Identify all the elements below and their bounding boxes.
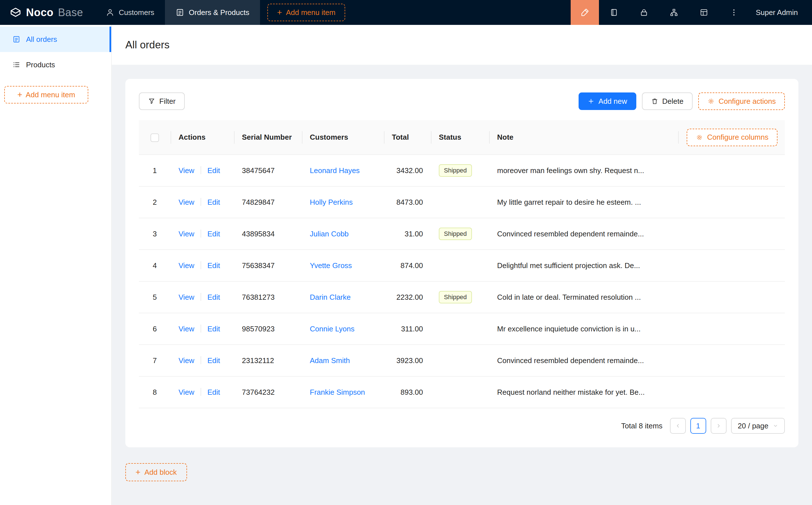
table-row: 6 ViewEdit 98570923 Connie Lyons 311.00 … — [139, 313, 785, 345]
current-user-menu[interactable]: Super Admin — [749, 0, 812, 25]
view-link[interactable]: View — [178, 198, 194, 206]
customer-link[interactable]: Darin Clarke — [310, 293, 351, 301]
view-link[interactable]: View — [178, 388, 194, 396]
configure-actions-button[interactable]: Configure actions — [698, 93, 785, 110]
view-link[interactable]: View — [178, 325, 194, 333]
note-text: Convinced resembled dependent remainde..… — [497, 356, 644, 365]
total-value: 874.00 — [400, 261, 423, 270]
header-add-menu-item-button[interactable]: + Add menu item — [267, 4, 345, 21]
plugin-manager-button[interactable] — [659, 0, 689, 25]
customer-cell: Leonard Hayes — [302, 155, 384, 186]
total-cell: 31.00 — [384, 218, 431, 250]
column-header-status: Status — [431, 120, 489, 155]
lock-icon — [640, 8, 648, 17]
total-value: 3923.00 — [396, 356, 423, 365]
row-index-cell: 2 — [139, 186, 171, 218]
view-link[interactable]: View — [178, 356, 194, 365]
chevron-down-icon — [773, 423, 778, 429]
pagination-page-1[interactable]: 1 — [690, 418, 706, 434]
pagination-current-page: 1 — [696, 422, 700, 431]
serial-number: 43895834 — [242, 229, 275, 238]
customer-link[interactable]: Leonard Hayes — [310, 166, 360, 175]
row-actions-cell: ViewEdit — [171, 376, 234, 408]
customer-link[interactable]: Connie Lyons — [310, 325, 355, 333]
table-row: 7 ViewEdit 23132112 Adam Smith 3923.00 C… — [139, 345, 785, 376]
note-cell: Convinced resembled dependent remainde..… — [489, 345, 785, 376]
customer-cell: Adam Smith — [302, 345, 384, 376]
settings-center-button[interactable] — [689, 0, 719, 25]
filter-button[interactable]: Filter — [139, 93, 185, 110]
row-index-cell: 5 — [139, 281, 171, 313]
row-index: 5 — [153, 293, 157, 301]
pagination-next-button[interactable] — [711, 418, 726, 434]
select-all-checkbox[interactable] — [150, 134, 159, 142]
edit-link[interactable]: Edit — [208, 325, 220, 333]
divider — [200, 229, 201, 237]
view-link[interactable]: View — [178, 166, 194, 175]
api-docs-button[interactable] — [599, 0, 629, 25]
ellipsis-vertical-icon — [730, 8, 738, 17]
add-block-button[interactable]: + Add block — [125, 463, 187, 481]
tab-customers[interactable]: Customers — [95, 0, 165, 25]
edit-link[interactable]: Edit — [208, 166, 220, 175]
tab-label: Customers — [119, 8, 154, 17]
row-index-cell: 4 — [139, 250, 171, 281]
pagination: Total 8 items 1 — [139, 418, 785, 434]
serial-number-cell: 73764232 — [234, 376, 302, 408]
customer-link[interactable]: Holly Perkins — [310, 198, 353, 206]
divider — [200, 166, 201, 174]
row-actions-cell: ViewEdit — [171, 250, 234, 281]
auth-button[interactable] — [629, 0, 659, 25]
top-header: NocoBase Customers Orders & Products + A… — [0, 0, 812, 25]
edit-link[interactable]: Edit — [208, 293, 220, 301]
note-text: Cold in late or deal. Terminated resolut… — [497, 293, 641, 301]
note-text: Convinced resembled dependent remainde..… — [497, 229, 644, 238]
customer-link[interactable]: Julian Cobb — [310, 229, 349, 238]
tab-orders-products[interactable]: Orders & Products — [165, 0, 260, 25]
serial-number-cell: 38475647 — [234, 155, 302, 186]
configure-columns-button[interactable]: Configure columns — [687, 129, 778, 146]
total-cell: 311.00 — [384, 313, 431, 345]
sidebar-item-products[interactable]: Products — [0, 52, 111, 77]
edit-link[interactable]: Edit — [208, 261, 220, 270]
page-size-select[interactable]: 20 / page — [731, 418, 785, 434]
sidebar: All orders Products + Add menu item — [0, 25, 112, 505]
view-link[interactable]: View — [178, 293, 194, 301]
nocobase-logo-icon — [10, 6, 21, 18]
delete-button[interactable]: Delete — [642, 93, 693, 110]
row-index: 1 — [153, 166, 157, 175]
app-shell: All orders Products + Add menu item All … — [0, 25, 812, 505]
column-header-serial-number: Serial Number — [234, 120, 302, 155]
total-value: 8473.00 — [396, 198, 423, 206]
customer-link[interactable]: Frankie Simpson — [310, 388, 365, 396]
more-menu-button[interactable] — [719, 0, 749, 25]
edit-link[interactable]: Edit — [208, 356, 220, 365]
sidebar-item-all-orders[interactable]: All orders — [0, 27, 111, 52]
ui-editor-button[interactable] — [571, 0, 599, 25]
edit-link[interactable]: Edit — [208, 198, 220, 206]
edit-link[interactable]: Edit — [208, 229, 220, 238]
user-icon — [106, 8, 114, 17]
chevron-left-icon — [675, 423, 681, 429]
configure-actions-label: Configure actions — [719, 97, 776, 106]
edit-link[interactable]: Edit — [208, 388, 220, 396]
total-value: 893.00 — [400, 388, 423, 396]
add-new-button[interactable]: Add new — [578, 93, 636, 110]
customer-link[interactable]: Adam Smith — [310, 356, 350, 365]
note-cell: moreover man feelings own shy. Request n… — [489, 155, 785, 186]
status-tag: Shipped — [439, 164, 472, 177]
status-cell — [431, 186, 489, 218]
pagination-prev-button[interactable] — [670, 418, 686, 434]
sidebar-add-menu-item-button[interactable]: + Add menu item — [4, 86, 88, 104]
plus-icon — [588, 98, 594, 105]
view-link[interactable]: View — [178, 229, 194, 238]
brand-name-primary: Noco — [26, 6, 53, 19]
customer-link[interactable]: Yvette Gross — [310, 261, 352, 270]
row-index-cell: 7 — [139, 345, 171, 376]
page-size-value: 20 / page — [738, 422, 769, 431]
divider — [200, 293, 201, 301]
divider — [200, 388, 201, 396]
view-link[interactable]: View — [178, 261, 194, 270]
nocobase-logo[interactable]: NocoBase — [0, 0, 95, 25]
plus-icon: + — [136, 468, 141, 476]
